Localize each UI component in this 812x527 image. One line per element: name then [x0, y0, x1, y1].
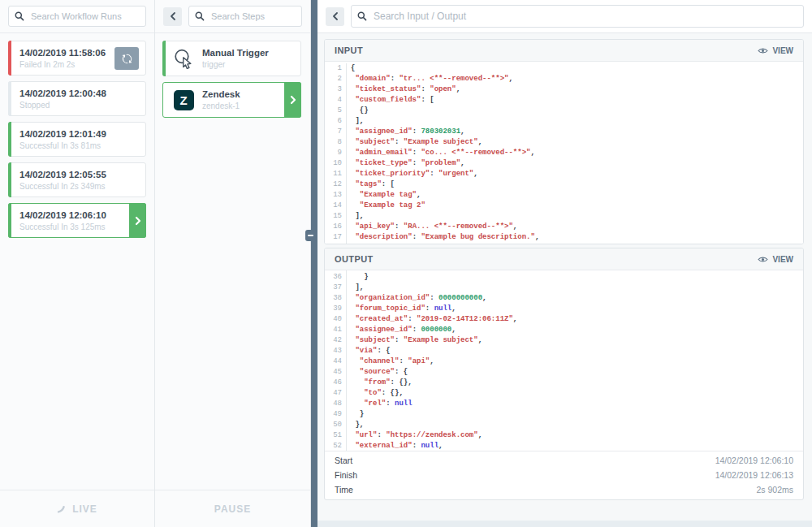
pause-button[interactable]: PAUSE [155, 490, 310, 527]
eye-icon [758, 47, 768, 54]
code-line: 37 ], [325, 283, 803, 293]
code-line: 11 "ticket_priority": "urgent", [325, 169, 803, 179]
summary-row: Time2s 902ms [325, 482, 803, 497]
input-view-button[interactable]: VIEW [758, 46, 793, 55]
live-button[interactable]: LIVE [0, 490, 154, 527]
code-line: 4 "custom_fields": [ [325, 95, 803, 106]
code-line: 52 "external_id": null, [325, 441, 803, 451]
run-list-item[interactable]: 14/02/2019 12:06:10Successful In 3s 125m… [8, 203, 146, 238]
steps-panel: Manual TriggertriggerZZendeskzendesk-1 P… [155, 0, 311, 527]
code-line: 14 "Example tag 2" [325, 201, 803, 211]
zendesk-icon: Z [174, 90, 194, 110]
run-status: Successful In 3s 125ms [19, 222, 137, 231]
code-line: 12 "tags": [ [325, 179, 803, 190]
run-summary: Start14/02/2019 12:06:10Finish14/02/2019… [325, 451, 803, 499]
bottom-scroll-strip [317, 521, 812, 527]
code-line: 43 "via": { [325, 346, 803, 356]
code-line: 7 "assignee_id": 780302031, [325, 127, 803, 137]
input-title: INPUT [335, 45, 363, 55]
code-line: 51 "url": "https://zendesk.com", [325, 430, 803, 441]
input-output-search [351, 5, 804, 28]
code-line: 50 }, [325, 420, 803, 430]
code-line: 36 } [325, 272, 803, 283]
code-line: 47 "to": {}, [325, 388, 803, 399]
input-card-header: INPUT VIEW [325, 40, 803, 62]
code-line: 2 "domain": "tr... <**--removed--**>", [325, 74, 803, 84]
eye-icon [758, 256, 768, 263]
step-subtitle: zendesk-1 [202, 102, 240, 110]
run-timestamp: 14/02/2019 12:00:48 [19, 89, 137, 98]
run-status-accent [8, 122, 11, 157]
run-detail-panel: INPUT VIEW 1{2 "domain": "tr... <**--rem… [317, 0, 812, 527]
code-line: 42 "subject": "Example subject", [325, 335, 803, 346]
step-list-item[interactable]: Manual Triggertrigger [162, 41, 301, 76]
step-title: Zendesk [202, 89, 240, 99]
detail-body: INPUT VIEW 1{2 "domain": "tr... <**--rem… [317, 33, 812, 527]
code-line: 41 "assignee_id": 0000000, [325, 325, 803, 335]
retry-run-button[interactable] [114, 47, 139, 70]
code-line: 18 "requester_id": 0000000000, [325, 243, 803, 244]
run-timestamp: 14/02/2019 12:05:55 [19, 170, 137, 179]
output-code: 35 "value": null36 }37 ],38 "organizatio… [325, 270, 803, 451]
code-line: 10 "ticket_type": "problem", [325, 158, 803, 169]
run-status: Successful In 2s 349ms [19, 182, 137, 191]
code-line: 6 ], [325, 116, 803, 127]
input-card: INPUT VIEW 1{2 "domain": "tr... <**--rem… [324, 39, 804, 244]
search-steps-input[interactable] [188, 6, 302, 27]
summary-label: Finish [335, 470, 357, 480]
step-status-accent [162, 41, 166, 76]
run-status: Successful In 3s 81ms [19, 141, 137, 150]
search-workflow-runs-input[interactable] [8, 6, 146, 27]
step-title: Manual Trigger [202, 48, 269, 58]
splitter-handle-icon[interactable] [305, 230, 317, 241]
workflow-run-app: 14/02/2019 11:58:06Failed In 2m 2s14/02/… [0, 0, 812, 527]
selected-run-chevron [129, 203, 146, 238]
live-label: LIVE [72, 503, 97, 515]
back-button-steps[interactable] [163, 7, 182, 26]
code-line: 40 "created_at": "2019-02-14T12:06:11Z", [325, 314, 803, 325]
code-line: 38 "organization_id": 0000000000, [325, 293, 803, 304]
summary-value: 14/02/2019 12:06:13 [715, 470, 793, 480]
manual-trigger-icon [173, 48, 194, 69]
summary-row: Finish14/02/2019 12:06:13 [325, 468, 803, 482]
input-view-label: VIEW [772, 46, 793, 55]
back-button-detail[interactable] [326, 7, 344, 26]
detail-panel-header [317, 0, 812, 33]
output-view-button[interactable]: VIEW [758, 255, 793, 264]
output-title: OUTPUT [335, 254, 374, 264]
workflow-runs-search [8, 6, 146, 27]
run-status-accent [8, 41, 11, 76]
search-input-output-input[interactable] [351, 5, 804, 28]
panel-splitter[interactable] [311, 0, 317, 527]
run-list-item[interactable]: 14/02/2019 11:58:06Failed In 2m 2s [8, 41, 146, 76]
code-line: 15 ], [325, 211, 803, 222]
workflow-runs-panel: 14/02/2019 11:58:06Failed In 2m 2s14/02/… [0, 0, 155, 527]
run-timestamp: 14/02/2019 12:01:49 [19, 129, 137, 139]
search-icon [195, 11, 205, 21]
step-list-item[interactable]: ZZendeskzendesk-1 [162, 82, 301, 118]
step-list: Manual TriggertriggerZZendeskzendesk-1 [155, 33, 310, 490]
code-line: 16 "api_key": "RA... <**--removed--**>", [325, 222, 803, 232]
summary-value: 2s 902ms [756, 485, 793, 495]
run-list-item[interactable]: 14/02/2019 12:05:55Successful In 2s 349m… [8, 162, 146, 197]
code-line: 46 "from": {}, [325, 378, 803, 388]
run-status: Stopped [19, 101, 137, 110]
output-card: OUTPUT VIEW 35 "value": null36 }37 ],38 … [324, 248, 804, 500]
selected-step-chevron [284, 82, 301, 118]
input-code: 1{2 "domain": "tr... <**--removed--**>",… [325, 62, 803, 244]
steps-panel-header [155, 0, 310, 33]
code-line: 17 "description": "Example bug descripti… [325, 232, 803, 243]
output-card-header: OUTPUT VIEW [325, 248, 803, 270]
steps-search [188, 6, 302, 27]
live-icon [57, 504, 66, 513]
run-list-item[interactable]: 14/02/2019 12:01:49Successful In 3s 81ms [8, 122, 146, 157]
code-line: 5 {} [325, 106, 803, 116]
chevron-left-icon [332, 11, 339, 21]
code-line: 44 "channel": "api", [325, 356, 803, 367]
code-line: 8 "subject": "Example subject", [325, 137, 803, 148]
run-list-item[interactable]: 14/02/2019 12:00:48Stopped [8, 81, 146, 116]
summary-label: Time [335, 485, 353, 495]
code-line: 9 "admin_email": "co... <**--removed--**… [325, 148, 803, 158]
runs-panel-header [0, 0, 154, 33]
run-status-accent [8, 203, 11, 238]
